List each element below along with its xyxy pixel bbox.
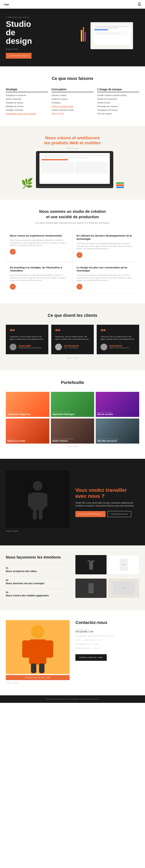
svg-rect-5 <box>39 509 43 520</box>
svg-rect-10 <box>22 640 30 658</box>
feature-desc-1: Donec focus eu placerat mi nulla pellent… <box>10 239 68 247</box>
image-item-1: Identité visuelle et identité verbale <box>97 94 139 97</box>
svg-point-8 <box>31 625 45 639</box>
strategy-title: Stratégie <box>6 88 48 92</box>
portfolio-info-2: APPLICATION MOBILE Application Montagne <box>52 412 75 415</box>
portfolio-info-3: CONCEPTION WEB Site de recettes <box>97 412 113 415</box>
cta-person-image <box>6 470 70 528</box>
portfolio-item-1[interactable]: APPLICATION MOBILE Application Happy Day <box>6 392 49 417</box>
conception-list: Direction créative Guides de marque Prot… <box>52 94 94 115</box>
studio-section: Nous sommes un studio de création et une… <box>0 200 145 303</box>
svg-rect-12 <box>31 663 37 673</box>
strategy-item-3: Stratégie de marque <box>6 101 48 104</box>
pencil-purple <box>85 32 86 41</box>
hero-contact-button[interactable]: CONTACTEZ-NOUS <box>6 53 31 59</box>
web-mobile-title: Nous créons et améliorons les produits W… <box>6 135 139 146</box>
cta-right: Vous voulez travailler avec nous ? Simpl… <box>75 487 139 517</box>
portfolio-item-5[interactable]: CRÉATION DE SITES WEB Atelier intérieur <box>51 418 94 443</box>
feature-desc-4: Donec focus eu placerat mi nulla pellent… <box>77 274 135 282</box>
testimonial-info-1: Sasha Grey PROPRIÉTAIRE D'ENTREPRISE <box>18 345 42 349</box>
quote-mark-3: ❝❝ <box>100 329 135 334</box>
svg-point-7 <box>91 592 92 592</box>
svg-rect-13 <box>39 663 45 673</box>
consultation-tag[interactable]: coNSULtaTiOn DE LivRe <box>6 675 70 680</box>
testimonials-img-label: Image de Freepik <box>6 357 139 359</box>
tshirt-icon <box>86 559 96 570</box>
cta-left: Image de Freepik <box>6 470 70 534</box>
emotions-left: Nous façonnons les émotions 01. Nous scu… <box>6 555 70 601</box>
portfolio-item-6[interactable]: CRÉATION DE SITES WEB Site Web personnel <box>96 418 139 443</box>
strategy-item-1: Analytique et recherche <box>6 94 48 97</box>
contact-person-silhouette <box>18 620 57 674</box>
cta-contact-button[interactable]: CONTACTEZ-NOUS <box>107 511 131 517</box>
avatar-2 <box>55 344 62 350</box>
strategy-item-4: Stratégie de contenu <box>6 105 48 108</box>
testimonial-1: ❝❝ Sample text. Cliit si to select the t… <box>6 325 48 354</box>
testimonial-text-2: Tempor text. Cliit si to select the text… <box>55 336 90 341</box>
portfolio-item-4[interactable]: MAGASIN Magasin de mode <box>6 418 49 443</box>
footer: Simple text. Cliit si to select the text… <box>0 695 145 703</box>
testimonial-footer-2: Nat Reynolds CHEF COMPTABLE <box>55 344 90 350</box>
testimonial-role-3: DIRECTEUR COMMERCIAL <box>109 347 129 349</box>
image-item-4: Nommage des marques <box>97 105 139 108</box>
nav-menu-icon[interactable]: ☰ <box>138 2 141 6</box>
portfolio-info-5: CRÉATION DE SITES WEB Atelier intérieur <box>52 438 73 442</box>
hero-section: À PROPOS DE NOUS Studio de design Image … <box>0 9 145 66</box>
svg-rect-1 <box>31 493 45 510</box>
svg-rect-6 <box>89 583 93 593</box>
image-item-2: Identité de mouvement <box>97 98 139 100</box>
image-list: Identité visuelle et identité verbale Id… <box>97 94 139 115</box>
portfolio-grid: APPLICATION MOBILE Application Happy Day… <box>6 392 139 443</box>
portfolio-item-3[interactable]: CONCEPTION WEB Site de recettes <box>96 392 139 417</box>
cta-preferences-button[interactable]: SOUS MES PRÉFÉRENCES <box>75 511 105 517</box>
feature-desc-3: Donec focus eu placerat mi nulla pellent… <box>10 274 68 282</box>
emotion-title-2: Nous donnons vie aux concepts <box>6 582 70 585</box>
hero-title: Studio de design <box>6 20 72 45</box>
laptop-visual <box>36 151 113 188</box>
conception-item-4[interactable]: UX/UI et conception Web <box>52 105 94 108</box>
contact-item-1: TWITTER-NWT INFO@GMAIL.COM <box>75 629 139 633</box>
testimonials-section: Ce que disent les clients ❝❝ Sample text… <box>0 303 145 370</box>
portfolio-info-6: CRÉATION DE SITES WEB Site Web personnel <box>97 438 118 442</box>
services-section: Ce que nous faisons Stratégie Analytique… <box>0 66 145 126</box>
emotion-number-1: 01. <box>6 567 70 569</box>
contact-item-4: VENDREDI 09:00 — 15:00 <box>75 643 139 645</box>
emotion-item-1: 01. Nous sculptons des idées <box>6 564 70 572</box>
portfolio-item-2[interactable]: APPLICATION MOBILE Application Montagne <box>51 392 94 417</box>
feature-card-2: En utilisant les derniers développements… <box>72 230 139 262</box>
contact-form-button[interactable]: FORMULAIRE DE LIVRE <box>75 654 107 661</box>
testimonial-info-2: Nat Reynolds CHEF COMPTABLE <box>64 345 79 349</box>
portfolio-title: Portefeuille <box>6 380 139 385</box>
web-mobile-visual: 🌿 <box>6 151 139 188</box>
testimonial-3: ❝❝ Uisunt text. Cliit si to select the t… <box>97 325 139 354</box>
conception-item-3: Prototypes <box>52 101 94 104</box>
contact-person-image <box>6 620 70 674</box>
mockup-display: WEB <box>118 557 129 572</box>
testimonial-role-2: CHEF COMPTABLE <box>64 347 79 349</box>
services-title: Ce que nous faisons <box>6 76 139 81</box>
conception-item-6: Motion Design <box>52 113 94 115</box>
hero-right <box>72 22 139 53</box>
strategy-item-6[interactable]: Optimisation du taux de conversion <box>6 113 48 115</box>
testimonial-info-3: Bob Robart DIRECTEUR COMMERCIAL <box>109 345 129 349</box>
cta-section: Image de Freepik Vous voulez travailler … <box>0 459 145 546</box>
testimonial-footer-3: Bob Robart DIRECTEUR COMMERCIAL <box>100 344 135 350</box>
image-item-3: Identité sonore <box>97 101 139 104</box>
svg-point-0 <box>33 481 43 491</box>
emotion-number-3: 03. <box>6 591 70 593</box>
svg-rect-9 <box>29 640 46 664</box>
image-title: L'image de marque <box>97 88 139 92</box>
feature-title-4: Le design est plus une conversation qu'u… <box>77 266 135 273</box>
contact-title: Contactez-nous <box>75 620 139 625</box>
contact-item-5: SAMANCHE (450) — 15:00 <box>75 647 139 649</box>
feature-title-1: Nous créons les expériences émotionnelle… <box>10 234 68 238</box>
feature-icon-4: ✓ <box>77 284 82 289</box>
testimonial-2: ❝❝ Tempor text. Cliit si to select the t… <box>51 325 94 354</box>
conception-item-5: Création éléments visuels <box>52 109 94 112</box>
conception-item-2: Guides de marque <box>52 98 94 100</box>
hero-text: À PROPOS DE NOUS Studio de design Image … <box>6 17 72 59</box>
testimonial-role-1: PROPRIÉTAIRE D'ENTREPRISE <box>18 347 42 349</box>
testimonials-grid: ❝❝ Sample text. Cliit si to select the t… <box>6 325 139 354</box>
feature-icon-2: ✓ <box>77 252 82 258</box>
nav-logo[interactable]: logo <box>4 3 9 6</box>
